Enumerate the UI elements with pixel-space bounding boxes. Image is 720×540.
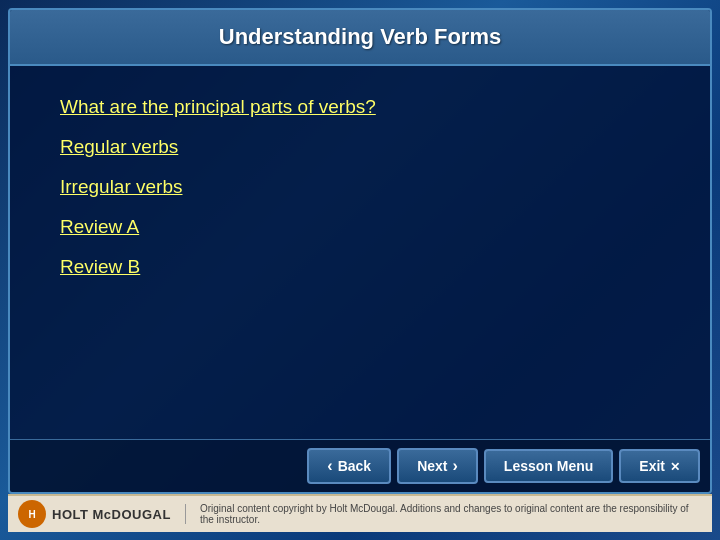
nav-link-review-a[interactable]: Review A — [60, 216, 660, 238]
content-body: What are the principal parts of verbs?Re… — [10, 66, 710, 439]
logo-icon: H — [18, 500, 46, 528]
exit-label: Exit — [639, 458, 665, 474]
next-label: Next — [417, 458, 447, 474]
back-button[interactable]: Back — [307, 448, 391, 484]
nav-link-irregular-verbs[interactable]: Irregular verbs — [60, 176, 660, 198]
lesson-menu-button[interactable]: Lesson Menu — [484, 449, 613, 483]
footer-copyright: Original content copyright by Holt McDou… — [200, 503, 702, 525]
nav-link-review-b[interactable]: Review B — [60, 256, 660, 278]
close-icon — [670, 458, 680, 474]
main-content-area: Understanding Verb Forms What are the pr… — [8, 8, 712, 494]
bottom-nav: Back Next Lesson Menu Exit — [10, 439, 710, 492]
chevron-right-icon — [453, 457, 458, 475]
footer-logo: H HOLT McDOUGAL — [18, 500, 171, 528]
next-button[interactable]: Next — [397, 448, 478, 484]
footer-divider — [185, 504, 186, 524]
footer-bar: H HOLT McDOUGAL Original content copyrig… — [8, 494, 712, 532]
exit-button[interactable]: Exit — [619, 449, 700, 483]
back-label: Back — [338, 458, 371, 474]
title-bar: Understanding Verb Forms — [10, 10, 710, 66]
logo-text: HOLT McDOUGAL — [52, 507, 171, 522]
nav-link-principal-parts[interactable]: What are the principal parts of verbs? — [60, 96, 660, 118]
chevron-left-icon — [327, 457, 332, 475]
outer-wrapper: Understanding Verb Forms What are the pr… — [0, 0, 720, 540]
nav-link-regular-verbs[interactable]: Regular verbs — [60, 136, 660, 158]
page-title: Understanding Verb Forms — [30, 24, 690, 50]
lesson-menu-label: Lesson Menu — [504, 458, 593, 474]
